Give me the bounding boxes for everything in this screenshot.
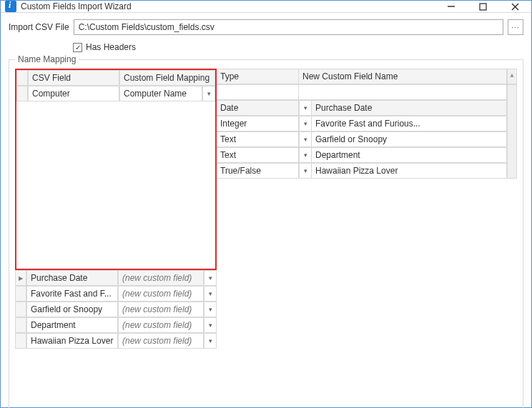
new-name-cell[interactable]	[299, 84, 507, 100]
mapping-cell[interactable]: Computer Name	[119, 86, 202, 101]
mapping-cell[interactable]: (new custom field)	[118, 270, 204, 286]
csv-field-cell[interactable]: Hawaiian Pizza Lover	[26, 333, 118, 349]
name-mapping-label: Name Mapping	[15, 54, 79, 64]
mapping-cell[interactable]: (new custom field)	[118, 302, 204, 317]
maximize-icon	[479, 3, 487, 11]
svg-rect-1	[480, 4, 486, 10]
new-name-cell[interactable]: Garfield or Snoopy	[312, 131, 507, 147]
mapping-header-type[interactable]: Type	[217, 69, 299, 84]
type-dropdown[interactable]: ▾	[299, 131, 312, 147]
close-button[interactable]	[499, 1, 531, 12]
mapping-row-right[interactable]	[217, 84, 507, 100]
app-icon	[5, 1, 16, 12]
import-file-path[interactable]: C:\Custom Fields\custom_fields.csv	[74, 19, 503, 35]
new-name-cell[interactable]: Purchase Date	[312, 100, 507, 116]
type-dropdown[interactable]: ▾	[299, 147, 312, 163]
csv-field-cell[interactable]: Department	[26, 317, 118, 333]
mapping-row[interactable]: ComputerComputer Name▾	[16, 86, 215, 101]
import-file-row: Import CSV File C:\Custom Fields\custom_…	[9, 19, 523, 35]
mapping-row-right[interactable]: Text▾Garfield or Snoopy	[217, 131, 507, 147]
mapping-row[interactable]: Purchase Date(new custom field)▾	[15, 270, 217, 286]
titlebar: Custom Fields Import Wizard	[1, 1, 531, 13]
type-cell[interactable]: Text	[217, 147, 299, 163]
row-indicator	[15, 302, 26, 317]
window-title: Custom Fields Import Wizard	[21, 1, 435, 11]
mapping-table: CSV Field Custom Field Mapping ComputerC…	[15, 69, 517, 408]
row-indicator	[15, 333, 26, 349]
wizard-window: Custom Fields Import Wizard Import CSV F…	[0, 0, 532, 408]
type-cell[interactable]: True/False	[217, 163, 299, 179]
type-cell[interactable]: Date	[217, 100, 299, 116]
has-headers-checkbox[interactable]: ✓	[73, 43, 82, 52]
mapping-header-new[interactable]: New Custom Field Name	[299, 69, 507, 84]
mapping-cell[interactable]: (new custom field)	[118, 286, 204, 302]
mapping-dropdown[interactable]: ▾	[204, 317, 217, 333]
mapping-row[interactable]: Favorite Fast and F...(new custom field)…	[15, 286, 217, 302]
mapping-cell[interactable]: (new custom field)	[118, 317, 204, 333]
csv-field-cell[interactable]: Favorite Fast and F...	[26, 286, 118, 302]
wizard-body: Import CSV File C:\Custom Fields\custom_…	[1, 13, 531, 408]
name-mapping-group: Name Mapping CSV Field Custom Field Mapp…	[9, 59, 523, 408]
mapping-highlight-box: CSV Field Custom Field Mapping ComputerC…	[15, 69, 217, 270]
mapping-row[interactable]: Hawaiian Pizza Lover(new custom field)▾	[15, 333, 217, 349]
maximize-button[interactable]	[467, 1, 499, 12]
mapping-scrollbar[interactable]: ▲	[507, 69, 517, 84]
row-indicator	[15, 270, 26, 286]
type-dropdown[interactable]: ▾	[299, 163, 312, 179]
mapping-row-right[interactable]: Integer▾Favorite Fast and Furious...	[217, 116, 507, 131]
import-file-path-text: C:\Custom Fields\custom_fields.csv	[79, 22, 215, 32]
csv-field-cell[interactable]: Garfield or Snoopy	[26, 302, 118, 317]
ellipsis-icon: ···	[511, 24, 519, 31]
has-headers-row: ✓ Has Headers	[73, 42, 523, 52]
mapping-row[interactable]: Garfield or Snoopy(new custom field)▾	[15, 302, 217, 317]
row-indicator	[15, 286, 26, 302]
mapping-header-csv[interactable]: CSV Field	[28, 70, 119, 86]
minimize-button[interactable]	[435, 1, 467, 12]
mapping-dropdown[interactable]: ▾	[204, 270, 217, 286]
has-headers-label: Has Headers	[86, 42, 136, 52]
new-name-cell[interactable]: Department	[312, 147, 507, 163]
row-indicator	[15, 317, 26, 333]
mapping-dropdown[interactable]: ▾	[204, 302, 217, 317]
csv-field-cell[interactable]: Purchase Date	[26, 270, 118, 286]
window-controls	[435, 1, 531, 12]
new-name-cell[interactable]: Favorite Fast and Furious...	[312, 116, 507, 131]
mapping-row-right[interactable]: Text▾Department	[217, 147, 507, 163]
type-dropdown[interactable]: ▾	[299, 116, 312, 131]
mapping-row-right[interactable]: True/False▾Hawaiian Pizza Lover	[217, 163, 507, 179]
type-cell[interactable]	[217, 84, 299, 100]
type-cell[interactable]: Integer	[217, 116, 299, 131]
import-file-label: Import CSV File	[9, 22, 69, 32]
close-icon	[511, 3, 519, 11]
type-cell[interactable]: Text	[217, 131, 299, 147]
mapping-scrollbar-track[interactable]	[507, 84, 517, 179]
row-indicator	[16, 86, 28, 101]
mapping-dropdown[interactable]: ▾	[202, 86, 215, 101]
minimize-icon	[447, 2, 455, 11]
browse-button[interactable]: ···	[508, 19, 523, 35]
mapping-row[interactable]: Department(new custom field)▾	[15, 317, 217, 333]
type-dropdown[interactable]: ▾	[299, 100, 312, 116]
mapping-dropdown[interactable]: ▾	[204, 333, 217, 349]
mapping-dropdown[interactable]: ▾	[204, 286, 217, 302]
new-name-cell[interactable]: Hawaiian Pizza Lover	[312, 163, 507, 179]
mapping-row-right[interactable]: Date▾Purchase Date	[217, 100, 507, 116]
mapping-rowhead-header	[16, 70, 28, 86]
mapping-cell[interactable]: (new custom field)	[118, 333, 204, 349]
mapping-header-map[interactable]: Custom Field Mapping	[119, 70, 215, 86]
csv-field-cell[interactable]: Computer	[28, 86, 119, 101]
mapping-right: Type New Custom Field Name ▲ Date▾Purcha…	[217, 69, 517, 408]
